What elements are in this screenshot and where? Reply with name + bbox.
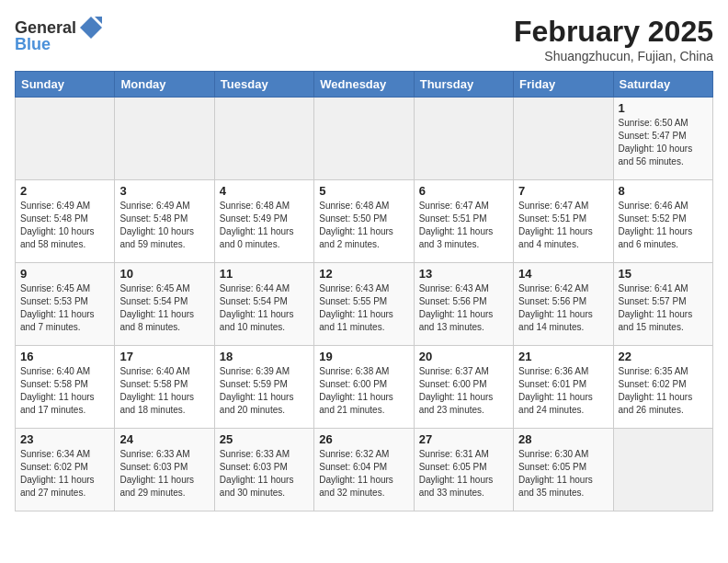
calendar-cell: 12Sunrise: 6:43 AM Sunset: 5:55 PM Dayli…	[314, 263, 414, 346]
day-number: 27	[419, 432, 508, 446]
day-number: 17	[119, 350, 209, 363]
day-info: Sunrise: 6:30 AM Sunset: 6:05 PM Dayligh…	[518, 448, 608, 500]
day-info: Sunrise: 6:48 AM Sunset: 5:49 PM Dayligh…	[220, 200, 309, 251]
calendar-cell: 7Sunrise: 6:47 AM Sunset: 5:51 PM Daylig…	[514, 180, 613, 263]
calendar-cell: 26Sunrise: 6:32 AM Sunset: 6:04 PM Dayli…	[314, 429, 414, 511]
calendar-cell: 4Sunrise: 6:48 AM Sunset: 5:49 PM Daylig…	[214, 180, 313, 263]
day-info: Sunrise: 6:48 AM Sunset: 5:50 PM Dayligh…	[319, 200, 408, 251]
day-number: 26	[319, 432, 408, 446]
day-number: 7	[518, 184, 608, 198]
day-number: 16	[20, 350, 109, 363]
day-info: Sunrise: 6:44 AM Sunset: 5:54 PM Dayligh…	[220, 282, 309, 334]
day-number: 11	[220, 267, 309, 281]
day-info: Sunrise: 6:37 AM Sunset: 6:00 PM Dayligh…	[419, 365, 508, 417]
calendar-cell: 28Sunrise: 6:30 AM Sunset: 6:05 PM Dayli…	[514, 429, 613, 511]
calendar-cell: 13Sunrise: 6:43 AM Sunset: 5:56 PM Dayli…	[414, 263, 513, 346]
day-number: 21	[518, 350, 608, 363]
calendar-cell: 23Sunrise: 6:34 AM Sunset: 6:02 PM Dayli…	[16, 429, 115, 511]
calendar-cell: 19Sunrise: 6:38 AM Sunset: 6:00 PM Dayli…	[314, 346, 414, 429]
logo-icon	[78, 15, 104, 40]
day-info: Sunrise: 6:43 AM Sunset: 5:56 PM Dayligh…	[419, 282, 508, 334]
day-number: 14	[518, 267, 608, 281]
calendar-cell: 21Sunrise: 6:36 AM Sunset: 6:01 PM Dayli…	[514, 346, 613, 429]
calendar-cell: 8Sunrise: 6:46 AM Sunset: 5:52 PM Daylig…	[613, 180, 712, 263]
calendar-cell	[16, 98, 115, 180]
title-area: February 2025 Shuangzhucun, Fujian, Chin…	[514, 15, 713, 63]
calendar-cell: 27Sunrise: 6:31 AM Sunset: 6:05 PM Dayli…	[414, 429, 513, 511]
day-number: 4	[220, 184, 309, 198]
day-number: 22	[619, 350, 708, 363]
week-row-1: 1Sunrise: 6:50 AM Sunset: 5:47 PM Daylig…	[16, 98, 713, 180]
day-number: 12	[319, 267, 408, 281]
day-info: Sunrise: 6:46 AM Sunset: 5:52 PM Dayligh…	[619, 200, 708, 251]
calendar-cell	[514, 98, 613, 180]
calendar-cell: 18Sunrise: 6:39 AM Sunset: 5:59 PM Dayli…	[214, 346, 313, 429]
day-info: Sunrise: 6:34 AM Sunset: 6:02 PM Dayligh…	[20, 448, 109, 500]
day-info: Sunrise: 6:35 AM Sunset: 6:02 PM Dayligh…	[619, 365, 708, 417]
calendar-cell	[314, 98, 414, 180]
day-info: Sunrise: 6:47 AM Sunset: 5:51 PM Dayligh…	[518, 200, 608, 251]
weekday-header-wednesday: Wednesday	[314, 72, 414, 98]
calendar-cell: 9Sunrise: 6:45 AM Sunset: 5:53 PM Daylig…	[16, 263, 115, 346]
day-number: 8	[619, 184, 708, 198]
weekday-header-monday: Monday	[115, 72, 214, 98]
week-row-4: 16Sunrise: 6:40 AM Sunset: 5:58 PM Dayli…	[16, 346, 713, 429]
weekday-header-tuesday: Tuesday	[214, 72, 313, 98]
subtitle: Shuangzhucun, Fujian, China	[514, 49, 713, 63]
day-number: 25	[220, 432, 309, 446]
day-info: Sunrise: 6:45 AM Sunset: 5:54 PM Dayligh…	[119, 282, 209, 334]
day-info: Sunrise: 6:42 AM Sunset: 5:56 PM Dayligh…	[518, 282, 608, 334]
day-number: 13	[419, 267, 508, 281]
day-number: 5	[319, 184, 408, 198]
calendar-cell: 15Sunrise: 6:41 AM Sunset: 5:57 PM Dayli…	[613, 263, 712, 346]
day-number: 10	[119, 267, 209, 281]
calendar-cell	[214, 98, 313, 180]
calendar-cell: 25Sunrise: 6:33 AM Sunset: 6:03 PM Dayli…	[214, 429, 313, 511]
day-number: 15	[619, 267, 708, 281]
day-info: Sunrise: 6:33 AM Sunset: 6:03 PM Dayligh…	[220, 448, 309, 500]
week-row-2: 2Sunrise: 6:49 AM Sunset: 5:48 PM Daylig…	[16, 180, 713, 263]
day-info: Sunrise: 6:49 AM Sunset: 5:48 PM Dayligh…	[119, 200, 209, 251]
day-info: Sunrise: 6:45 AM Sunset: 5:53 PM Dayligh…	[20, 282, 109, 334]
day-number: 19	[319, 350, 408, 363]
calendar-cell: 10Sunrise: 6:45 AM Sunset: 5:54 PM Dayli…	[115, 263, 214, 346]
calendar-cell: 1Sunrise: 6:50 AM Sunset: 5:47 PM Daylig…	[613, 98, 712, 180]
day-number: 9	[20, 267, 109, 281]
day-info: Sunrise: 6:39 AM Sunset: 5:59 PM Dayligh…	[220, 365, 309, 417]
day-info: Sunrise: 6:32 AM Sunset: 6:04 PM Dayligh…	[319, 448, 408, 500]
calendar: SundayMondayTuesdayWednesdayThursdayFrid…	[15, 71, 713, 511]
header: General Blue February 2025 Shuangzhucun,…	[15, 15, 713, 63]
day-number: 28	[518, 432, 608, 446]
month-title: February 2025	[514, 15, 713, 49]
day-number: 3	[119, 184, 209, 198]
day-info: Sunrise: 6:31 AM Sunset: 6:05 PM Dayligh…	[419, 448, 508, 500]
day-info: Sunrise: 6:40 AM Sunset: 5:58 PM Dayligh…	[119, 365, 209, 417]
day-info: Sunrise: 6:50 AM Sunset: 5:47 PM Dayligh…	[619, 117, 708, 168]
day-number: 23	[20, 432, 109, 446]
day-number: 18	[220, 350, 309, 363]
calendar-cell: 22Sunrise: 6:35 AM Sunset: 6:02 PM Dayli…	[613, 346, 712, 429]
week-row-5: 23Sunrise: 6:34 AM Sunset: 6:02 PM Dayli…	[16, 429, 713, 511]
weekday-header-sunday: Sunday	[16, 72, 115, 98]
day-info: Sunrise: 6:38 AM Sunset: 6:00 PM Dayligh…	[319, 365, 408, 417]
weekday-header-thursday: Thursday	[414, 72, 513, 98]
day-info: Sunrise: 6:33 AM Sunset: 6:03 PM Dayligh…	[119, 448, 209, 500]
day-info: Sunrise: 6:49 AM Sunset: 5:48 PM Dayligh…	[20, 200, 109, 251]
weekday-header-saturday: Saturday	[613, 72, 712, 98]
day-number: 6	[419, 184, 508, 198]
day-number: 20	[419, 350, 508, 363]
day-info: Sunrise: 6:40 AM Sunset: 5:58 PM Dayligh…	[20, 365, 109, 417]
calendar-cell: 14Sunrise: 6:42 AM Sunset: 5:56 PM Dayli…	[514, 263, 613, 346]
calendar-cell: 24Sunrise: 6:33 AM Sunset: 6:03 PM Dayli…	[115, 429, 214, 511]
week-row-3: 9Sunrise: 6:45 AM Sunset: 5:53 PM Daylig…	[16, 263, 713, 346]
day-info: Sunrise: 6:36 AM Sunset: 6:01 PM Dayligh…	[518, 365, 608, 417]
calendar-cell: 17Sunrise: 6:40 AM Sunset: 5:58 PM Dayli…	[115, 346, 214, 429]
day-number: 1	[619, 101, 708, 115]
calendar-cell	[414, 98, 513, 180]
day-number: 2	[20, 184, 109, 198]
day-info: Sunrise: 6:43 AM Sunset: 5:55 PM Dayligh…	[319, 282, 408, 334]
calendar-cell: 5Sunrise: 6:48 AM Sunset: 5:50 PM Daylig…	[314, 180, 414, 263]
day-info: Sunrise: 6:41 AM Sunset: 5:57 PM Dayligh…	[619, 282, 708, 334]
weekday-header-row: SundayMondayTuesdayWednesdayThursdayFrid…	[16, 72, 713, 98]
logo: General Blue	[15, 15, 104, 54]
